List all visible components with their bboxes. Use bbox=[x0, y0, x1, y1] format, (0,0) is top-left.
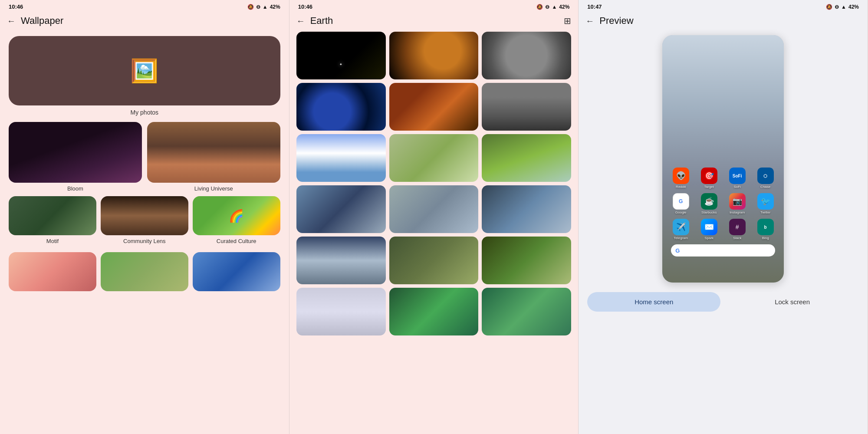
sofi-label: SoFi bbox=[733, 185, 740, 189]
chase-icon: ⬡ bbox=[757, 168, 774, 184]
wallpaper-categories-grid: Bloom Living Universe bbox=[0, 122, 289, 192]
row3c-thumb[interactable] bbox=[193, 252, 280, 291]
photos-icon: 🖼️ bbox=[130, 58, 158, 84]
my-photos-banner[interactable]: 🖼️ bbox=[9, 36, 280, 105]
curated-label: Curated Culture bbox=[217, 238, 256, 244]
status-icons-2: 🔕 ⊖ ▲ 42% bbox=[536, 4, 569, 10]
wallpaper-item-curated[interactable]: 🌈 Curated Culture bbox=[193, 196, 280, 244]
wallpaper-categories-grid-3: Motif Community Lens 🌈 Curated Culture bbox=[0, 192, 289, 244]
app-bing: b Bing bbox=[754, 219, 777, 240]
app-target: 🎯 Target bbox=[698, 168, 720, 189]
curated-thumb[interactable]: 🌈 bbox=[193, 196, 280, 235]
earth-thumb-9[interactable] bbox=[482, 134, 571, 182]
back-button-2[interactable]: ← bbox=[296, 16, 305, 26]
preview-title: Preview bbox=[599, 15, 633, 26]
app-sofi: SoFi SoFi bbox=[726, 168, 749, 189]
earth-thumb-15[interactable] bbox=[482, 237, 571, 284]
earth-grid bbox=[289, 32, 579, 335]
community-thumb[interactable] bbox=[101, 196, 188, 235]
earth-thumb-14[interactable] bbox=[389, 237, 479, 284]
wallpaper-panel: 10:46 🔕 ⊖ ▲ 42% ← Wallpaper 🖼️ My photos… bbox=[0, 0, 289, 434]
preview-buttons: Home screen Lock screen bbox=[579, 288, 868, 316]
telegram-label: Telegram bbox=[674, 236, 688, 240]
slack-icon: # bbox=[729, 219, 746, 235]
wallpaper-item-row3c[interactable] bbox=[193, 252, 280, 291]
wallpaper-title: Wallpaper bbox=[21, 15, 63, 26]
wallpaper-bottom-row bbox=[0, 248, 289, 291]
earth-thumb-3[interactable] bbox=[482, 32, 571, 79]
phone-search-bar: G bbox=[671, 244, 775, 256]
preview-header: ← Preview bbox=[579, 12, 868, 32]
earth-thumb-8[interactable] bbox=[389, 134, 479, 182]
back-button-1[interactable]: ← bbox=[7, 16, 16, 26]
motif-thumb[interactable] bbox=[9, 196, 96, 235]
wallpaper-header: ← Wallpaper bbox=[0, 12, 289, 32]
sofi-icon: SoFi bbox=[729, 168, 746, 184]
lock-screen-button[interactable]: Lock screen bbox=[726, 292, 859, 312]
earth-thumb-13[interactable] bbox=[296, 237, 386, 284]
earth-thumb-17[interactable] bbox=[389, 288, 479, 335]
wallpaper-item-living[interactable]: Living Universe bbox=[147, 122, 280, 192]
earth-thumb-6[interactable] bbox=[482, 83, 571, 131]
time-2: 10:46 bbox=[298, 3, 312, 10]
spark-label: Spark bbox=[704, 236, 713, 240]
google-label: Google bbox=[675, 210, 687, 214]
earth-thumb-1[interactable] bbox=[296, 32, 386, 79]
earth-action-icon[interactable]: ⊞ bbox=[564, 16, 571, 26]
app-telegram: ✈️ Telegram bbox=[670, 219, 692, 240]
earth-thumb-18[interactable] bbox=[482, 288, 571, 335]
wallpaper-item-row3a[interactable] bbox=[9, 252, 96, 291]
wallpaper-item-community[interactable]: Community Lens bbox=[101, 196, 188, 244]
earth-thumb-4[interactable] bbox=[296, 83, 386, 131]
twitter-icon: 🐦 bbox=[757, 193, 774, 210]
wallpaper-item-motif[interactable]: Motif bbox=[9, 196, 96, 244]
living-label: Living Universe bbox=[194, 185, 233, 192]
spark-icon: ✉️ bbox=[701, 219, 717, 235]
earth-thumb-5[interactable] bbox=[389, 83, 479, 131]
app-spark: ✉️ Spark bbox=[698, 219, 720, 240]
app-row-2: G Google ☕ Starbucks 📷 Instagram 🐦 Twitt… bbox=[667, 193, 779, 214]
instagram-label: Instagram bbox=[730, 210, 745, 214]
wallpaper-item-row3b[interactable] bbox=[101, 252, 188, 291]
bloom-thumb[interactable] bbox=[9, 122, 142, 183]
twitter-label: Twitter bbox=[760, 210, 771, 214]
earth-thumb-2[interactable] bbox=[389, 32, 479, 79]
app-row-3: ✈️ Telegram ✉️ Spark # Slack b Bing bbox=[667, 219, 779, 240]
row3b-thumb[interactable] bbox=[101, 252, 188, 291]
app-google: G Google bbox=[670, 193, 692, 214]
earth-thumb-12[interactable] bbox=[482, 185, 571, 233]
app-chase: ⬡ Chase bbox=[754, 168, 777, 189]
earth-title: Earth bbox=[310, 15, 333, 26]
app-slack: # Slack bbox=[726, 219, 749, 240]
living-thumb[interactable] bbox=[147, 122, 280, 183]
bloom-label: Bloom bbox=[67, 185, 83, 192]
status-icons-1: 🔕 ⊖ ▲ 42% bbox=[247, 4, 280, 10]
photos-label: My photos bbox=[0, 109, 289, 116]
app-reddit: 👽 Reddit bbox=[670, 168, 692, 189]
phone-mockup: 👽 Reddit 🎯 Target SoFi SoFi ⬡ Chase bbox=[662, 35, 784, 283]
status-bar-3: 10:47 🔕 ⊖ ▲ 42% bbox=[579, 0, 868, 12]
phone-app-grid: 👽 Reddit 🎯 Target SoFi SoFi ⬡ Chase bbox=[662, 168, 784, 256]
row3a-thumb[interactable] bbox=[9, 252, 96, 291]
back-button-3[interactable]: ← bbox=[585, 16, 594, 26]
earth-thumb-10[interactable] bbox=[296, 185, 386, 233]
motif-label: Motif bbox=[46, 238, 59, 244]
earth-thumb-11[interactable] bbox=[389, 185, 479, 233]
target-icon: 🎯 bbox=[701, 168, 717, 184]
bing-label: Bing bbox=[762, 236, 769, 240]
target-label: Target bbox=[704, 185, 714, 189]
bing-icon: b bbox=[757, 219, 774, 235]
earth-thumb-16[interactable] bbox=[296, 288, 386, 335]
status-bar-2: 10:46 🔕 ⊖ ▲ 42% bbox=[289, 0, 579, 12]
google-g-icon: G bbox=[675, 247, 680, 254]
earth-header: ← Earth ⊞ bbox=[289, 12, 579, 32]
slack-label: Slack bbox=[733, 236, 742, 240]
app-instagram: 📷 Instagram bbox=[726, 193, 749, 214]
app-twitter: 🐦 Twitter bbox=[754, 193, 777, 214]
wallpaper-item-bloom[interactable]: Bloom bbox=[9, 122, 142, 192]
time-1: 10:46 bbox=[9, 3, 23, 10]
status-icons-3: 🔕 ⊖ ▲ 42% bbox=[826, 4, 859, 10]
home-screen-button[interactable]: Home screen bbox=[587, 292, 720, 312]
status-bar-1: 10:46 🔕 ⊖ ▲ 42% bbox=[0, 0, 289, 12]
earth-thumb-7[interactable] bbox=[296, 134, 386, 182]
